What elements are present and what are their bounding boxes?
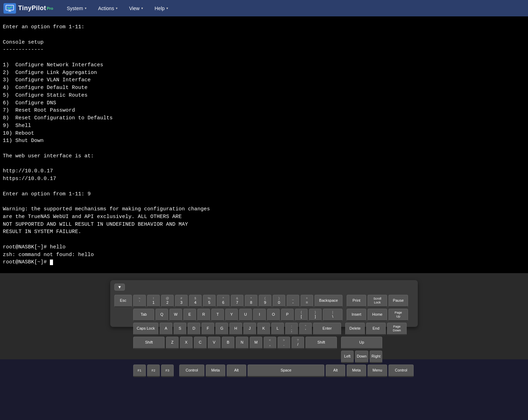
nav-help[interactable]: Help ▾ [150,3,173,13]
key-2[interactable]: @2 [161,295,174,307]
key-y[interactable]: Y [225,309,238,321]
key-f2[interactable]: F2 [147,365,160,377]
key-down[interactable]: Down [355,351,368,363]
key-pause[interactable]: Pause [389,295,408,307]
key-p[interactable]: P [281,309,294,321]
key-page-up[interactable]: PageUp [389,309,408,321]
key-period[interactable]: >. [278,337,290,349]
key-tilde[interactable]: ~` [133,295,146,307]
nav-actions[interactable]: Actions ▾ [93,3,122,13]
key-5[interactable]: %5 [203,295,216,307]
key-page-down[interactable]: PageDown [387,323,407,335]
key-meta-right[interactable]: Meta [347,365,366,377]
key-lbracket[interactable]: {[ [295,309,308,321]
key-v[interactable]: V [208,337,220,349]
key-print[interactable]: Print [347,295,366,307]
key-c[interactable]: C [194,337,206,349]
key-control-right[interactable]: Control [389,365,414,377]
key-b[interactable]: B [222,337,234,349]
key-u[interactable]: U [239,309,252,321]
key-control-left[interactable]: Control [179,365,204,377]
keyboard: ▼ Esc ~` !1 @2 #3 $4 %5 ^6 &7 *8 (9 )0 _… [110,280,418,327]
key-insert[interactable]: Insert [347,309,366,321]
key-g[interactable]: G [216,323,228,335]
key-a[interactable]: A [160,323,172,335]
key-e[interactable]: E [183,309,196,321]
key-8[interactable]: *8 [245,295,257,307]
key-f3[interactable]: F3 [161,365,174,377]
key-r[interactable]: R [197,309,210,321]
chevron-down-icon: ▾ [85,6,86,10]
key-6[interactable]: ^6 [217,295,229,307]
key-slash[interactable]: ?/ [292,337,304,349]
key-enter[interactable]: Enter [313,323,341,335]
key-m[interactable]: M [250,337,262,349]
key-1[interactable]: !1 [147,295,160,307]
key-l[interactable]: L [271,323,284,335]
key-9[interactable]: (9 [259,295,271,307]
key-equals[interactable]: += [301,295,313,307]
key-right[interactable]: Right [370,351,382,363]
keyboard-toggle[interactable]: ▼ [114,284,125,291]
key-f1[interactable]: F1 [133,365,146,377]
chevron-down-icon: ▾ [141,6,143,10]
key-i[interactable]: I [253,309,266,321]
key-comma[interactable]: <, [264,337,276,349]
brand-logo [3,3,16,14]
key-backspace[interactable]: Backspace [315,295,342,307]
key-h[interactable]: H [229,323,242,335]
key-w[interactable]: W [169,309,182,321]
keyboard-header: ▼ [114,284,414,292]
brand: TinyPilotPro [3,3,53,14]
key-rbracket[interactable]: }] [309,309,322,321]
nav-system[interactable]: System ▾ [62,3,92,13]
key-shift-left[interactable]: Shift [133,337,165,349]
keyboard-row-1: Tab Q W E R T Y U I O P {[ }] |\ Insert … [114,309,414,321]
key-0[interactable]: )0 [273,295,285,307]
brand-name: TinyPilot [18,5,46,12]
key-shift-right[interactable]: Shift [306,337,337,349]
brand-pro: Pro [47,6,53,10]
key-n[interactable]: N [236,337,248,349]
keyboard-row-0: Esc ~` !1 @2 #3 $4 %5 ^6 &7 *8 (9 )0 _- … [114,295,414,307]
key-z[interactable]: Z [166,337,179,349]
key-esc[interactable]: Esc [114,295,132,307]
key-alt-left[interactable]: Alt [227,365,246,377]
key-meta-left[interactable]: Meta [206,365,225,377]
svg-rect-0 [6,5,14,10]
key-space[interactable]: Space [248,365,324,377]
key-minus[interactable]: _- [287,295,299,307]
key-quote[interactable]: "' [299,323,312,335]
key-j[interactable]: J [243,323,256,335]
key-caps-lock[interactable]: Caps Lock [133,323,158,335]
keyboard-row-4: F1 F2 F3 Control Meta Alt Space Alt Meta… [114,365,414,377]
key-semicolon[interactable]: :; [285,323,298,335]
key-left[interactable]: Left [341,351,354,363]
keyboard-row-2: Caps Lock A S D F G H J K L :; "' Enter … [114,323,414,335]
key-menu[interactable]: Menu [368,365,387,377]
key-alt-right[interactable]: Alt [326,365,345,377]
key-s[interactable]: S [174,323,186,335]
key-7[interactable]: &7 [231,295,243,307]
key-tab[interactable]: Tab [133,309,154,321]
keyboard-row-3: Shift Z X C V B N M <, >. ?/ Shift Up Le… [114,337,414,363]
key-4[interactable]: $4 [189,295,202,307]
key-t[interactable]: T [211,309,224,321]
key-x[interactable]: X [180,337,193,349]
nav-view[interactable]: View ▾ [124,3,148,13]
key-q[interactable]: Q [156,309,168,321]
key-home[interactable]: Home [368,309,387,321]
key-3[interactable]: #3 [175,295,188,307]
key-end[interactable]: End [366,323,386,335]
key-backslash[interactable]: |\ [323,309,342,321]
key-o[interactable]: O [267,309,280,321]
key-d[interactable]: D [188,323,200,335]
key-f[interactable]: F [202,323,214,335]
navbar: TinyPilotPro System ▾ Actions ▾ View ▾ H… [0,0,528,16]
key-k[interactable]: K [257,323,270,335]
key-up[interactable]: Up [341,337,382,349]
key-scroll-lock[interactable]: ScrollLock [368,295,387,307]
terminal-display[interactable]: Enter an option from 1-11: Console setup… [0,16,528,273]
chevron-down-icon: ▾ [166,6,168,10]
key-delete[interactable]: Delete [345,323,365,335]
